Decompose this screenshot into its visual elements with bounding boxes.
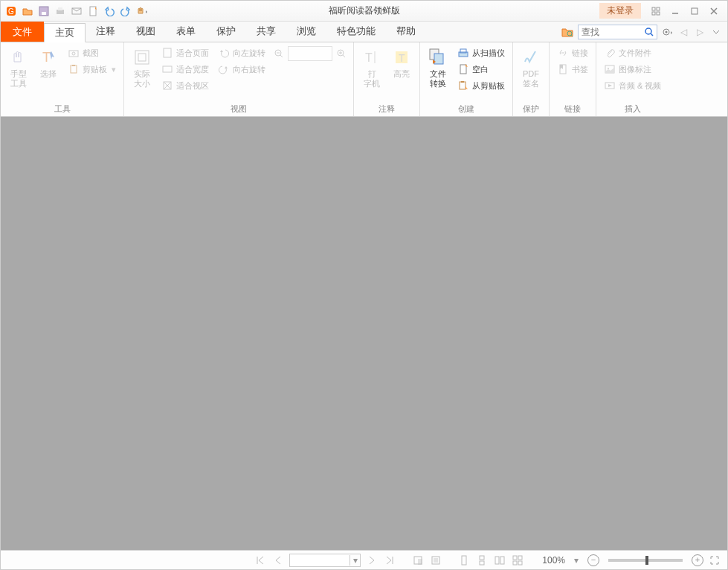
zoom-out-button[interactable] — [271, 46, 286, 61]
hand-dropdown-icon[interactable] — [135, 4, 149, 19]
document-viewport[interactable] — [1, 117, 727, 550]
tab-features[interactable]: 特色功能 — [326, 22, 386, 42]
ribbon: 手型工具 T 选择 截图 剪贴板▾ 工具 实际大小 适合页面 适合宽度 适合视区 — [1, 42, 727, 117]
two-continuous-icon[interactable] — [511, 554, 524, 567]
view-mode1-icon[interactable] — [411, 554, 425, 567]
link-button[interactable]: 链接 — [554, 45, 591, 60]
tab-home[interactable]: 主页 — [44, 23, 86, 42]
actual-size-button[interactable]: 实际大小 — [129, 45, 155, 102]
select-tool-button[interactable]: T 选择 — [35, 45, 62, 102]
search-button-icon[interactable] — [642, 25, 657, 39]
fit-view-button[interactable]: 适合视区 — [158, 78, 212, 93]
svg-rect-21 — [69, 51, 78, 57]
undo-icon[interactable] — [102, 4, 117, 19]
fullscreen-icon[interactable] — [708, 554, 721, 567]
login-button[interactable]: 未登录 — [599, 3, 641, 19]
expand-icon[interactable] — [647, 4, 665, 19]
typewriter-button[interactable]: T 打字机 — [358, 45, 385, 102]
tab-help[interactable]: 帮助 — [386, 22, 426, 42]
svg-point-16 — [645, 28, 651, 34]
nav-prev-icon[interactable]: ◁ — [677, 25, 690, 39]
search-input[interactable] — [579, 27, 642, 37]
svg-rect-53 — [418, 559, 422, 565]
svg-text:T: T — [42, 50, 51, 65]
pdf-sign-button[interactable]: PDF签名 — [518, 45, 544, 102]
fit-width-button[interactable]: 适合宽度 — [158, 62, 212, 77]
fit-page-icon — [161, 48, 173, 58]
svg-rect-24 — [72, 65, 75, 66]
tab-form[interactable]: 表单 — [166, 22, 206, 42]
gear-dropdown-icon[interactable] — [660, 25, 674, 39]
tab-protect[interactable]: 保护 — [206, 22, 246, 42]
attachment-button[interactable]: 文件附件 — [601, 45, 664, 60]
print-icon[interactable] — [53, 4, 68, 19]
rotate-right-button[interactable]: 向右旋转 — [215, 62, 268, 77]
image-annot-button[interactable]: 图像标注 — [601, 62, 664, 77]
rotate-left-button[interactable]: 向左旋转 — [215, 45, 268, 60]
snapshot-button[interactable]: 截图 — [65, 45, 119, 60]
nav-next-icon[interactable]: ▷ — [693, 25, 706, 39]
collapse-ribbon-icon[interactable] — [709, 25, 723, 39]
svg-rect-58 — [480, 561, 484, 565]
status-bar: ▾ 100% ▾ − + — [1, 550, 727, 569]
svg-rect-27 — [164, 48, 171, 57]
camera-icon — [68, 48, 80, 58]
zoom-slider[interactable] — [608, 559, 683, 562]
svg-rect-62 — [518, 556, 522, 560]
zoom-dropdown-icon[interactable]: ▾ — [570, 554, 583, 567]
zoom-level-input[interactable] — [288, 46, 332, 61]
app-logo-icon[interactable]: G — [4, 4, 19, 19]
continuous-icon[interactable] — [475, 554, 489, 567]
zoom-slider-thumb[interactable] — [645, 556, 648, 565]
clipboard-button[interactable]: 剪贴板▾ — [65, 62, 119, 77]
zoom-in-button[interactable] — [334, 46, 349, 61]
svg-rect-7 — [90, 7, 96, 16]
tab-file[interactable]: 文件 — [1, 22, 44, 42]
maximize-icon[interactable] — [686, 4, 703, 19]
from-scanner-button[interactable]: 从扫描仪 — [454, 45, 508, 60]
svg-rect-59 — [495, 557, 499, 564]
image-icon — [604, 64, 616, 74]
first-page-icon[interactable] — [254, 554, 267, 567]
close-icon[interactable] — [705, 4, 723, 19]
zoom-in-status-icon[interactable]: + — [692, 554, 703, 566]
svg-rect-28 — [163, 66, 172, 72]
file-convert-button[interactable]: 文件转换 — [425, 45, 451, 102]
blank-page-button[interactable]: 空白 — [454, 62, 508, 77]
redo-icon[interactable] — [118, 4, 133, 19]
zoom-out-status-icon[interactable]: − — [587, 554, 599, 566]
hand-tool-button[interactable]: 手型工具 — [5, 45, 32, 102]
svg-rect-10 — [652, 12, 655, 15]
view-mode2-icon[interactable] — [429, 554, 442, 567]
audio-video-button[interactable]: 音频 & 视频 — [601, 78, 664, 93]
fit-page-button[interactable]: 适合页面 — [158, 45, 212, 60]
page-number-box: ▾ — [289, 554, 361, 567]
next-page-icon[interactable] — [365, 554, 379, 567]
page-number-input[interactable] — [290, 554, 349, 566]
svg-rect-61 — [513, 556, 517, 560]
prev-page-icon[interactable] — [271, 554, 285, 567]
zoom-percent: 100% — [542, 555, 565, 566]
single-page-icon[interactable] — [457, 554, 471, 567]
email-icon[interactable] — [69, 4, 84, 19]
bookmark-button[interactable]: 书签 — [554, 62, 591, 77]
svg-rect-60 — [500, 557, 504, 564]
save-icon[interactable] — [36, 4, 51, 19]
last-page-icon[interactable] — [383, 554, 396, 567]
svg-rect-42 — [434, 54, 443, 64]
tab-comment[interactable]: 注释 — [86, 22, 126, 42]
bookmark-icon — [557, 64, 569, 74]
page-dropdown-icon[interactable]: ▾ — [349, 555, 360, 566]
search-folder-icon[interactable] — [560, 25, 575, 39]
new-doc-icon[interactable] — [86, 4, 100, 19]
highlight-button[interactable]: T 高亮 — [388, 45, 415, 102]
minimize-icon[interactable] — [666, 4, 684, 19]
tab-view[interactable]: 视图 — [126, 22, 166, 42]
tab-browse[interactable]: 浏览 — [286, 22, 326, 42]
open-icon[interactable] — [20, 4, 35, 19]
group-links: 链接 书签 链接 — [550, 42, 596, 116]
two-page-icon[interactable] — [493, 554, 506, 567]
from-clipboard-button[interactable]: 从剪贴板 — [454, 78, 508, 93]
svg-rect-13 — [692, 8, 698, 14]
tab-share[interactable]: 共享 — [246, 22, 286, 42]
